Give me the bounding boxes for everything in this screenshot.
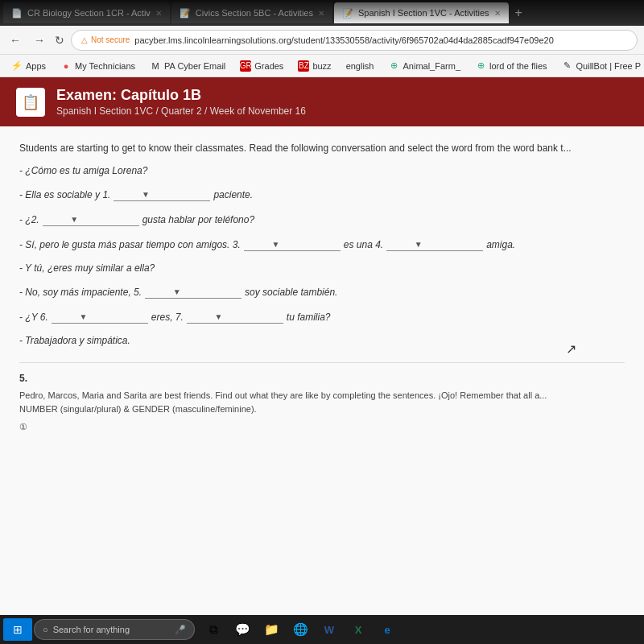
dropdown-4[interactable]: ▼ [386,237,483,251]
line7-text: - Trabajadora y simpática. [19,335,130,346]
line3-text3: amiga. [486,239,515,250]
line1-text1: - Ella es sociable y 1. [19,189,110,200]
taskbar-browser[interactable]: 🌐 [287,618,314,641]
buzz-icon: BZ [298,60,309,72]
browser-content: 📋 Examen: Capítulo 1B Spanish I Section … [0,77,644,615]
instruction-text: Students are starting to get to know the… [19,141,625,155]
line2-text1: - ¿2. [19,214,39,225]
tab-label-spanish: Spanish I Section 1VC - Activities [358,8,489,18]
bookmark-english[interactable]: english [341,60,379,72]
taskbar-word[interactable]: W [316,618,343,641]
bookmark-animal-farm[interactable]: ⊕ Animal_Farm_ [383,59,465,73]
dropdown-5[interactable]: ▼ [145,285,242,299]
tab-close-spanish[interactable]: ✕ [494,9,501,18]
dropdown-4-arrow: ▼ [415,240,423,249]
new-tab-button[interactable]: + [510,6,527,20]
taskbar-files[interactable]: 📁 [258,618,285,641]
dropdown-3-arrow: ▼ [271,240,279,249]
scroll-indicator[interactable]: ① [19,420,625,434]
forward-button[interactable]: → [31,32,48,48]
tab-close-civics[interactable]: ✕ [318,9,324,18]
line1-text2: paciente. [213,189,253,200]
bottom-note: NUMBER (singular/plural) & GENDER (mascu… [19,402,625,416]
line3-text2: es una 4. [344,239,383,250]
dropdown-3-value [247,238,269,250]
exam-title: Examen: Capítulo 1B [56,87,306,104]
bookmark-buzz[interactable]: BZ buzz [293,59,336,73]
dialogue-line-6: - ¿Y 6. ▼ eres, 7. ▼ tu familia? [19,310,625,324]
apps-icon: ⚡ [11,60,23,72]
cursor-icon: ↗ [566,341,576,357]
header-icon: 📋 [16,88,45,117]
tab-label-civics: Civics Section 5BC - Activities [196,8,313,18]
bookmark-quillbot[interactable]: ✎ QuillBot | Free P [557,59,644,73]
dialogue-intro: - ¿Cómo es tu amiga Lorena? [19,165,625,176]
dialogue-line-5: - No, soy más impaciente, 5. ▼ soy socia… [19,285,625,299]
bookmark-english-label: english [346,61,374,71]
taskbar-chat[interactable]: 💬 [229,618,256,641]
section-number: 5. [19,371,625,386]
dropdown-6-value [55,311,76,322]
tab-close-biology[interactable]: ✕ [155,9,162,18]
animal-farm-icon: ⊕ [388,60,399,72]
dropdown-7[interactable]: ▼ [187,310,283,324]
windows-logo: ⊞ [13,623,23,636]
bookmark-animal-farm-label: Animal_Farm_ [402,61,460,71]
taskbar-excel[interactable]: X [345,618,372,641]
technicians-icon: ● [60,60,72,72]
line4-text: - Y tú, ¿eres muy similar a ella? [19,262,155,274]
not-secure-label: Not secure [91,35,130,44]
bookmark-grades[interactable]: GR Grades [235,59,288,73]
quillbot-icon: ✎ [562,60,573,72]
bookmark-technicians[interactable]: ● My Technicians [56,59,140,73]
header-text: Examen: Capítulo 1B Spanish I Section 1V… [56,87,306,117]
intro-question: - ¿Cómo es tu amiga Lorena? [19,165,147,176]
back-button[interactable]: ← [6,32,24,48]
bookmark-technicians-label: My Technicians [75,61,135,71]
bookmark-apps[interactable]: ⚡ Apps [6,59,51,73]
taskbar-edge[interactable]: e [374,618,401,641]
tab-biology[interactable]: 📄 CR Biology Section 1CR - Activ ✕ [3,2,170,23]
url-bar[interactable]: △ Not secure pacyber.lms.lincolnlearning… [71,30,638,51]
tab-civics[interactable]: 📝 Civics Section 5BC - Activities ✕ [171,2,332,23]
tab-spanish[interactable]: 📝 Spanish I Section 1VC - Activities ✕ [334,2,509,23]
line3-text1: - Sí, pero le gusta más pasar tiempo con… [19,239,241,250]
email-icon: M [150,60,161,72]
line5-text2: soy sociable también. [245,287,337,298]
start-button[interactable]: ⊞ [3,618,32,641]
reload-button[interactable]: ↻ [55,34,64,47]
line2-text2: gusta hablar por teléfono? [142,214,254,225]
bookmark-quillbot-label: QuillBot | Free P [576,61,642,71]
dropdown-2-arrow: ▼ [70,215,78,224]
line6-text3: tu familia? [287,312,331,323]
tab-label-biology: CR Biology Section 1CR - Activ [27,8,151,18]
taskbar-app-icons: ⧉ 💬 📁 🌐 W X e [200,618,401,641]
line6-text1: - ¿Y 6. [19,312,48,323]
lord-flies-icon: ⊕ [475,60,486,72]
title-bar: 📄 CR Biology Section 1CR - Activ ✕ 📝 Civ… [0,0,644,26]
bookmark-buzz-label: buzz [312,61,331,71]
bookmark-grades-label: Grades [254,61,283,71]
dropdown-1[interactable]: ▼ [114,188,210,201]
search-icon: ○ [43,625,48,634]
taskbar-multiview[interactable]: ⧉ [200,618,227,641]
dropdown-5-arrow: ▼ [173,287,181,296]
dropdown-2[interactable]: ▼ [43,213,139,226]
dropdown-1-value [117,188,138,200]
taskbar: ⊞ ○ Search for anything 🎤 ⧉ 💬 📁 🌐 W X e [0,615,644,644]
grades-icon: GR [240,60,251,72]
tab-icon-biology: 📄 [11,7,23,19]
dialogue-line-2: - ¿2. ▼ gusta hablar por teléfono? [19,213,625,226]
taskbar-search[interactable]: ○ Search for anything 🎤 [34,619,195,640]
bookmark-lord-flies[interactable]: ⊕ lord of the flies [470,59,552,73]
dialogue-line-4: - Y tú, ¿eres muy similar a ella? [19,262,625,274]
dropdown-6[interactable]: ▼ [52,310,148,324]
address-bar: ← → ↻ △ Not secure pacyber.lms.lincolnle… [0,26,644,55]
bottom-text: Pedro, Marcos, Maria and Sarita are best… [19,389,625,402]
dialogue-line-3: - Sí, pero le gusta más pasar tiempo con… [19,237,625,251]
dropdown-4-value [390,238,411,250]
dropdown-7-arrow: ▼ [215,312,223,321]
bookmark-email[interactable]: M PA Cyber Email [145,59,230,73]
tab-icon-spanish: 📝 [342,7,353,19]
dropdown-3[interactable]: ▼ [244,237,341,251]
